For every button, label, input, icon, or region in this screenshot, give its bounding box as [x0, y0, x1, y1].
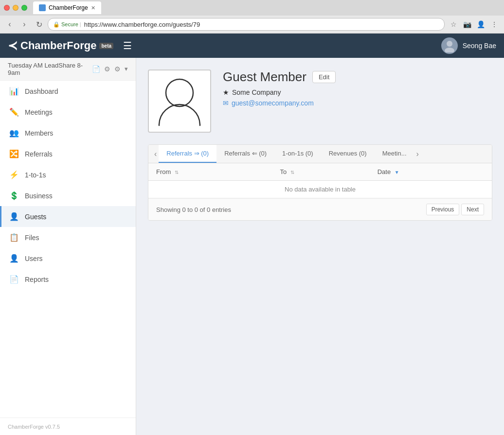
reload-button[interactable]: ↻ [33, 18, 45, 30]
forward-button[interactable]: › [18, 18, 30, 30]
tab-title: ChamberForge [49, 4, 88, 11]
star-icon: ★ [223, 88, 229, 96]
email-text: guest@somecompany.com [232, 99, 314, 107]
next-button[interactable]: Next [461, 204, 484, 215]
entries-info: Showing 0 to 0 of 0 entries [156, 206, 231, 213]
hamburger-button[interactable]: ☰ [121, 38, 134, 53]
browser-chrome: ChamberForge ✕ ‹ › ↻ 🔒 Secure | https://… [0, 0, 504, 34]
profile-button[interactable]: 👤 [475, 18, 486, 30]
app-header: ≺ ChamberForge beta ☰ Seong Bae [0, 34, 504, 58]
sidebar-footer: ChamberForge v0.7.5 [0, 418, 136, 435]
tab-close-icon[interactable]: ✕ [91, 5, 95, 11]
profile-name: Guest Member [223, 70, 306, 85]
table-header-row: From ⇅ To ⇅ Date ▼ [148, 163, 492, 181]
profile-area: Guest Member Edit ★ Some Company ✉ guest… [136, 58, 504, 232]
sidebar-group-label: Tuesday AM LeadShare 8-9am [8, 62, 92, 76]
sidebar-settings-icon[interactable]: ⚙ [104, 65, 110, 73]
col-date[interactable]: Date ▼ [370, 163, 492, 181]
browser-titlebar: ChamberForge ✕ [0, 0, 504, 16]
tabs-header: ‹ Referrals ⇒ (0) Referrals ⇐ (0) 1-on-1… [148, 145, 492, 163]
email-icon: ✉ [223, 99, 229, 107]
traffic-maximize[interactable] [21, 5, 27, 11]
sort-to-icon: ⇅ [290, 170, 294, 175]
logo-text: ChamberForge [20, 39, 96, 52]
sidebar-label-dashboard: Dashboard [25, 87, 58, 95]
menu-button[interactable]: ⋮ [488, 18, 500, 30]
tab-revenues[interactable]: Revenues (0) [321, 145, 375, 163]
back-button[interactable]: ‹ [4, 18, 16, 30]
sidebar-item-1to1s[interactable]: ⚡ 1-to-1s [0, 164, 136, 185]
sidebar-label-members: Members [25, 129, 53, 137]
sidebar-item-guests[interactable]: 👤 Guests [0, 206, 136, 227]
version-text: ChamberForge v0.7.5 [8, 424, 60, 430]
referrals-icon: 🔀 [9, 149, 19, 158]
tab-1on1s[interactable]: 1-on-1s (0) [274, 145, 321, 163]
sidebar-pages-icon[interactable]: 📄 [92, 65, 100, 73]
tabs-container: ‹ Referrals ⇒ (0) Referrals ⇐ (0) 1-on-1… [148, 144, 492, 221]
col-from[interactable]: From ⇅ [148, 163, 272, 181]
sort-from-icon: ⇅ [175, 170, 179, 175]
address-bar[interactable]: 🔒 Secure | https://www.chamberforge.com/… [48, 18, 445, 31]
sidebar-nav: 📊 Dashboard ✏️ Meetings 👥 Members 🔀 Refe… [0, 81, 136, 418]
browser-tab[interactable]: ChamberForge ✕ [33, 1, 101, 14]
user-area: Seong Bae [441, 37, 496, 54]
url-text: https://www.chamberforge.com/guests/79 [84, 21, 439, 28]
sort-date-icon: ▼ [395, 170, 399, 175]
guests-icon: 👤 [9, 212, 19, 221]
edit-button[interactable]: Edit [312, 71, 336, 83]
data-table: From ⇅ To ⇅ Date ▼ [148, 163, 492, 198]
user-name: Seong Bae [463, 42, 496, 50]
sidebar-label-guests: Guests [25, 213, 46, 221]
app-body: Tuesday AM LeadShare 8-9am 📄 ⚙ ⚙ ▾ 📊 Das… [0, 58, 504, 435]
table-container: From ⇅ To ⇅ Date ▼ [148, 163, 492, 220]
sidebar-settings2-icon[interactable]: ⚙ [114, 65, 121, 73]
sidebar-item-dashboard[interactable]: 📊 Dashboard [0, 81, 136, 102]
sidebar-item-files[interactable]: 📋 Files [0, 227, 136, 248]
svg-point-0 [447, 41, 452, 47]
no-data-cell: No data available in table [148, 181, 492, 198]
sidebar: Tuesday AM LeadShare 8-9am 📄 ⚙ ⚙ ▾ 📊 Das… [0, 58, 136, 435]
sidebar-label-business: Business [25, 192, 53, 200]
sidebar-label-files: Files [25, 234, 39, 242]
tab-referrals-in[interactable]: Referrals ⇐ (0) [216, 145, 274, 163]
col-to[interactable]: To ⇅ [272, 163, 369, 181]
tab-next-button[interactable]: › [414, 146, 421, 162]
sidebar-label-users: Users [25, 255, 43, 262]
sidebar-item-users[interactable]: 👤 Users [0, 248, 136, 269]
traffic-close[interactable] [4, 5, 10, 11]
logo-beta: beta [99, 43, 113, 49]
sidebar-label-reports: Reports [25, 276, 49, 283]
content-area: Guest Member Edit ★ Some Company ✉ guest… [136, 58, 504, 435]
previous-button[interactable]: Previous [426, 204, 460, 215]
new-tab-placeholder[interactable] [105, 2, 120, 13]
traffic-minimize[interactable] [13, 5, 18, 11]
sidebar-item-business[interactable]: 💲 Business [0, 185, 136, 206]
sidebar-group-header: Tuesday AM LeadShare 8-9am 📄 ⚙ ⚙ ▾ [0, 58, 136, 81]
members-icon: 👥 [9, 128, 19, 138]
dashboard-icon: 📊 [9, 87, 19, 96]
company-name: Some Company [232, 88, 281, 96]
lock-icon: 🔒 [53, 21, 60, 28]
tab-prev-button[interactable]: ‹ [152, 146, 159, 162]
sidebar-item-referrals[interactable]: 🔀 Referrals [0, 143, 136, 164]
svg-point-2 [166, 79, 193, 106]
sidebar-label-referrals: Referrals [25, 150, 53, 158]
tab-meetings[interactable]: Meetin... [375, 145, 414, 163]
business-icon: 💲 [9, 191, 19, 200]
sidebar-label-1to1s: 1-to-1s [25, 171, 46, 179]
profile-name-row: Guest Member Edit [223, 70, 492, 85]
meetings-icon: ✏️ [9, 107, 19, 117]
1to1s-icon: ⚡ [9, 170, 19, 179]
table-no-data-row: No data available in table [148, 181, 492, 198]
sidebar-item-meetings[interactable]: ✏️ Meetings [0, 102, 136, 122]
sidebar-chevron-icon[interactable]: ▾ [125, 65, 128, 73]
app-logo: ≺ ChamberForge beta [8, 39, 113, 52]
bookmark-button[interactable]: ☆ [448, 18, 459, 30]
reports-icon: 📄 [9, 275, 19, 284]
profile-email[interactable]: ✉ guest@somecompany.com [223, 99, 492, 107]
tab-referrals-out[interactable]: Referrals ⇒ (0) [159, 145, 216, 163]
sidebar-item-reports[interactable]: 📄 Reports [0, 269, 136, 290]
screenshot-button[interactable]: 📷 [461, 18, 473, 30]
sidebar-item-members[interactable]: 👥 Members [0, 122, 136, 143]
pagination-row: Showing 0 to 0 of 0 entries Previous Nex… [148, 198, 492, 220]
